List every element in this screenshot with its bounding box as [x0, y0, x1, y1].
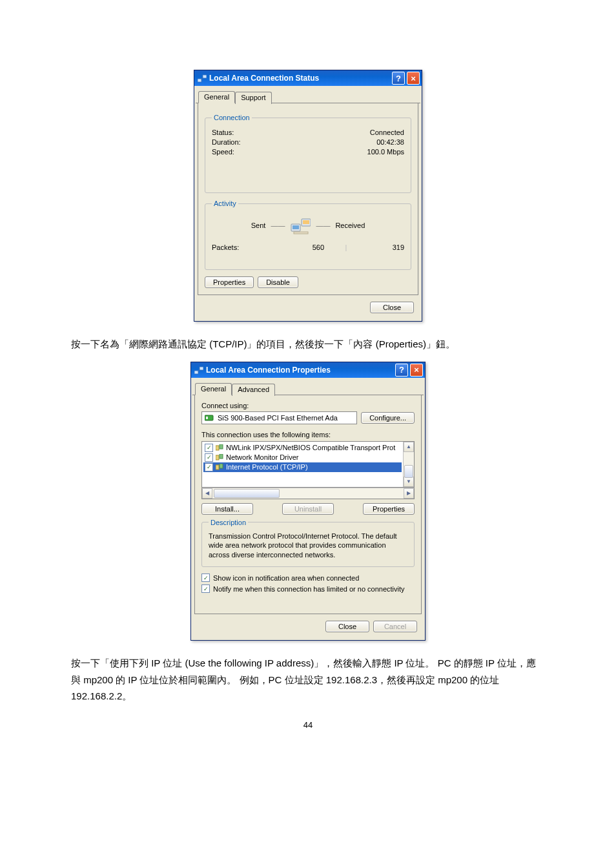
connection-group: Connection Status: Connected Duration: 0…	[205, 114, 411, 193]
description-group: Description Transmission Control Protoco…	[201, 519, 415, 568]
svg-rect-16	[220, 454, 223, 459]
description-text: Transmission Control Protocol/Internet P…	[209, 532, 407, 561]
show-icon-row[interactable]: ✓ Show icon in notification area when co…	[201, 574, 415, 582]
help-button[interactable]: ?	[392, 72, 405, 85]
adapter-field: SiS 900-Based PCI Fast Ethernet Ada	[201, 411, 357, 424]
properties-button[interactable]: Properties	[205, 276, 254, 288]
configure-button[interactable]: Configure...	[361, 412, 415, 424]
status-value: Connected	[370, 129, 404, 136]
list-item-label: Internet Protocol (TCP/IP)	[226, 463, 308, 471]
components-list[interactable]: ✓ NWLink IPX/SPX/NetBIOS Compatible Tran…	[201, 441, 415, 488]
activity-group: Activity Sent ——	[205, 200, 411, 270]
protocol-icon	[216, 454, 223, 460]
list-item[interactable]: ✓ Network Monitor Driver	[203, 453, 402, 462]
disable-button[interactable]: Disable	[258, 276, 298, 288]
vertical-scrollbar[interactable]: ▲ ▼	[403, 442, 415, 487]
duration-value: 00:42:38	[376, 138, 404, 146]
tab-advanced[interactable]: Advanced	[232, 384, 275, 396]
props-title: Local Area Connection Properties	[206, 366, 393, 375]
adapter-name: SiS 900-Based PCI Fast Ethernet Ada	[218, 414, 338, 422]
dash-right: ——	[316, 222, 330, 229]
svg-rect-17	[216, 465, 219, 470]
checkbox-icon[interactable]: ✓	[205, 453, 213, 462]
svg-rect-7	[294, 232, 308, 234]
tab-general[interactable]: General	[195, 383, 232, 395]
scroll-down-icon[interactable]: ▼	[404, 477, 414, 487]
scroll-thumb[interactable]	[404, 465, 413, 478]
network-icon	[198, 74, 207, 83]
cancel-button[interactable]: Cancel	[373, 621, 417, 632]
dash-left: ——	[271, 222, 285, 229]
close-x-button[interactable]: ×	[410, 364, 423, 377]
close-button[interactable]: Close	[325, 621, 369, 632]
show-icon-label: Show icon in notification area when conn…	[213, 574, 359, 582]
svg-rect-0	[198, 79, 201, 82]
scroll-track[interactable]	[404, 452, 414, 477]
svg-line-10	[198, 369, 200, 372]
packets-label: Packets:	[212, 243, 285, 251]
list-item-selected[interactable]: ✓ Internet Protocol (TCP/IP)	[203, 462, 402, 472]
svg-rect-9	[200, 367, 203, 370]
notify-row[interactable]: ✓ Notify me when this connection has lim…	[201, 584, 415, 593]
tab-support[interactable]: Support	[235, 92, 272, 104]
close-button[interactable]: Close	[370, 302, 414, 313]
items-label: This connection uses the following items…	[201, 431, 415, 439]
item-properties-button[interactable]: Properties	[363, 503, 415, 515]
checkbox-icon[interactable]: ✓	[205, 444, 213, 452]
list-item-label: Network Monitor Driver	[226, 453, 298, 461]
svg-rect-12	[206, 417, 208, 419]
packets-sent: 560	[285, 243, 333, 251]
checkbox-icon[interactable]: ✓	[201, 574, 210, 582]
connect-using-label: Connect using:	[201, 402, 415, 409]
svg-rect-15	[216, 455, 219, 460]
notify-label: Notify me when this connection has limit…	[213, 585, 405, 593]
scroll-track[interactable]	[212, 488, 404, 499]
packets-divider: |	[333, 243, 359, 251]
svg-rect-14	[220, 444, 223, 449]
connection-legend: Connection	[212, 114, 252, 121]
document-page: Local Area Connection Status ? × General…	[0, 0, 616, 769]
svg-rect-11	[205, 415, 213, 420]
list-item-label: NWLink IPX/SPX/NetBIOS Compatible Transp…	[226, 444, 395, 451]
props-tabs: General Advanced	[192, 379, 424, 395]
svg-rect-8	[194, 371, 198, 374]
received-label: Received	[335, 222, 365, 229]
tab-general[interactable]: General	[198, 91, 235, 103]
close-x-button[interactable]: ×	[407, 72, 420, 85]
horizontal-scrollbar[interactable]: ◀ ▶	[201, 488, 415, 499]
network-icon	[194, 366, 203, 375]
page-number: 44	[71, 720, 545, 730]
scroll-up-icon[interactable]: ▲	[404, 442, 414, 452]
speed-label: Speed:	[212, 148, 234, 156]
activity-computers-icon	[290, 215, 311, 236]
svg-line-2	[201, 77, 203, 80]
scroll-right-icon[interactable]: ▶	[404, 488, 414, 499]
status-dialog: Local Area Connection Status ? × General…	[194, 70, 422, 322]
description-legend: Description	[209, 519, 248, 526]
svg-rect-4	[293, 225, 299, 229]
checkbox-icon[interactable]: ✓	[201, 584, 210, 593]
properties-dialog: Local Area Connection Properties ? × Gen…	[190, 362, 426, 641]
uninstall-button[interactable]: Uninstall	[282, 503, 334, 515]
protocol-icon	[216, 464, 223, 470]
status-title: Local Area Connection Status	[209, 74, 390, 83]
status-tabs: General Support	[196, 87, 420, 103]
list-item[interactable]: ✓ NWLink IPX/SPX/NetBIOS Compatible Tran…	[203, 443, 402, 453]
scroll-thumb[interactable]	[214, 489, 280, 498]
svg-rect-18	[220, 464, 223, 468]
status-titlebar[interactable]: Local Area Connection Status ? ×	[194, 70, 422, 86]
svg-rect-1	[203, 75, 207, 78]
packets-received: 319	[359, 243, 404, 251]
svg-rect-13	[216, 446, 219, 450]
help-button[interactable]: ?	[395, 364, 408, 377]
sent-label: Sent	[251, 222, 266, 229]
protocol-icon	[216, 444, 223, 451]
scroll-left-icon[interactable]: ◀	[202, 488, 212, 499]
checkbox-icon[interactable]: ✓	[205, 463, 213, 471]
activity-legend: Activity	[212, 200, 238, 207]
props-general-panel: Connect using: SiS 900-Based PCI Fast Et…	[194, 395, 422, 615]
props-titlebar[interactable]: Local Area Connection Properties ? ×	[191, 362, 425, 378]
paragraph-2: 按一下「使用下列 IP 位址 (Use the following IP add…	[71, 655, 545, 705]
status-label: Status:	[212, 129, 234, 136]
install-button[interactable]: Install...	[201, 503, 253, 515]
